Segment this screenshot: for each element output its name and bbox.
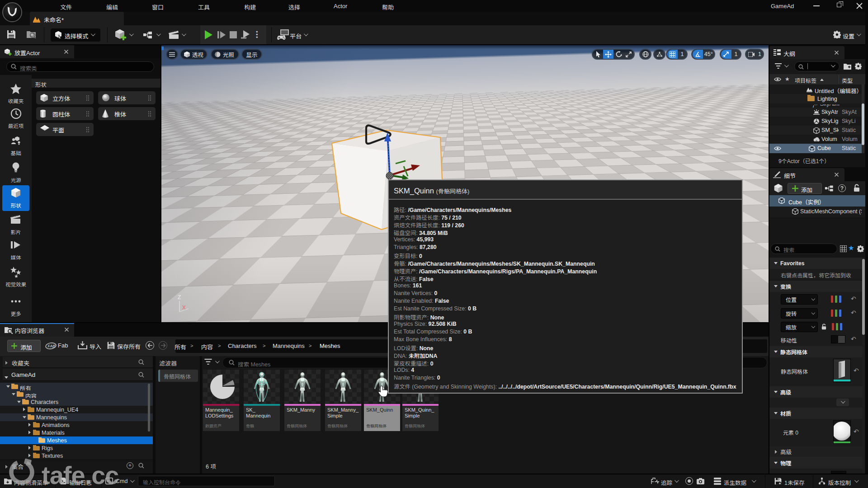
svg-text:Z: Z <box>178 294 181 300</box>
svg-text:FAB: FAB <box>48 344 56 348</box>
